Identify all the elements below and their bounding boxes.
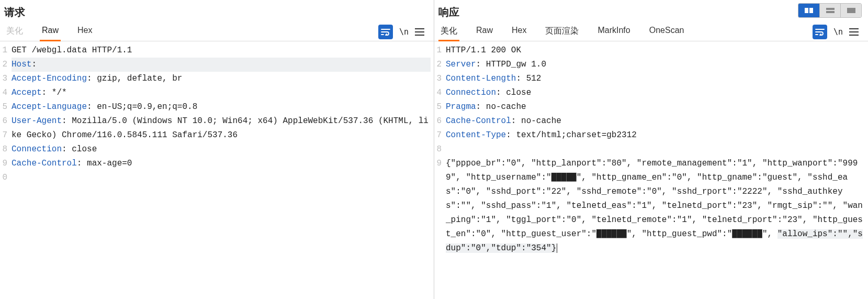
header-key: Accept <box>12 88 42 97</box>
header-value: Mozilla/5.0 (Windows NT 10.0; Win64; x64… <box>12 116 429 140</box>
header-key: Connection <box>446 88 496 97</box>
layout-rows-button[interactable] <box>819 4 840 17</box>
code-line[interactable]: Content-Type: text/html;charset=gb2312 <box>446 128 865 142</box>
header-key: Cache-Control <box>12 159 77 168</box>
code-line[interactable]: Accept-Language: en-US;q=0.9,en;q=0.8 <box>12 100 431 114</box>
response-tabs-row: 美化RawHex页面渲染MarkInfoOneScan \n <box>434 23 868 41</box>
svg-rect-3 <box>826 11 835 13</box>
header-value: gzip, deflate, br <box>97 74 182 83</box>
response-tab-1[interactable]: Raw <box>474 23 495 41</box>
line-number: 7 <box>0 128 9 142</box>
request-editor[interactable]: 1234567890 GET /webgl.data HTTP/1.1Host:… <box>0 41 434 299</box>
request-toolbar: \n <box>378 25 432 39</box>
response-tab-5[interactable]: OneScan <box>647 23 686 41</box>
menu-button[interactable] <box>849 26 862 38</box>
header-value: HTTPD_gw 1.0 <box>486 60 546 69</box>
code-line[interactable]: HTTP/1.1 200 OK <box>446 43 865 58</box>
code-line[interactable]: Cache-Control: no-cache <box>446 114 865 128</box>
header-value: en-US;q=0.9,en;q=0.8 <box>97 102 197 112</box>
code-line[interactable]: Host: <box>12 58 431 72</box>
header-value: no-cache <box>521 116 561 126</box>
layout-single-button[interactable] <box>840 4 861 17</box>
line-number: 8 <box>434 142 444 157</box>
code-line[interactable] <box>12 171 431 185</box>
request-panel: 请求 美化RawHex \n 1234567890 GET /webgl.dat… <box>0 0 434 299</box>
header-key: Server <box>446 60 476 69</box>
code-line[interactable]: GET /webgl.data HTTP/1.1 <box>12 43 431 58</box>
response-tab-4[interactable]: MarkInfo <box>595 23 632 41</box>
svg-rect-1 <box>809 8 813 13</box>
request-tabs-row: 美化RawHex \n <box>0 23 434 41</box>
header-value: text/html;charset=gb2312 <box>516 130 636 140</box>
line-number: 9 <box>0 157 9 171</box>
line-number: 2 <box>434 58 444 72</box>
code-line[interactable] <box>446 142 865 157</box>
text-cursor <box>557 243 557 253</box>
response-toolbar: \n <box>813 25 866 39</box>
code-line[interactable]: User-Agent: Mozilla/5.0 (Windows NT 10.0… <box>12 114 431 142</box>
line-number: 1 <box>434 43 444 58</box>
header-value: 512 <box>526 74 542 83</box>
newline-indicator[interactable]: \n <box>399 27 409 37</box>
line-number: 3 <box>434 72 444 86</box>
response-editor[interactable]: 123456789 HTTP/1.1 200 OKServer: HTTPD_g… <box>434 41 868 299</box>
newline-indicator[interactable]: \n <box>833 27 843 37</box>
line-number: 2 <box>0 58 9 72</box>
response-tab-3[interactable]: 页面渲染 <box>543 23 581 41</box>
line-number: 4 <box>434 86 444 100</box>
line-number: 8 <box>0 142 9 157</box>
line-number: 7 <box>434 128 444 142</box>
code-line[interactable]: Accept-Encoding: gzip, deflate, br <box>12 72 431 86</box>
line-number: 3 <box>0 72 9 86</box>
response-content[interactable]: HTTP/1.1 200 OKServer: HTTPD_gw 1.0Conte… <box>444 41 868 299</box>
header-key: User-Agent <box>12 116 62 126</box>
line-number: 4 <box>0 86 9 100</box>
line-number: 0 <box>0 171 9 185</box>
request-title: 请求 <box>0 0 434 23</box>
response-body-line[interactable]: {"pppoe_br":"0", "http_lanport":"80", "r… <box>446 157 865 256</box>
line-number: 5 <box>434 100 444 114</box>
header-value: max-age=0 <box>87 159 132 168</box>
header-value: */* <box>52 88 67 97</box>
layout-toggle <box>798 3 862 18</box>
svg-rect-0 <box>805 8 808 13</box>
line-number: 9 <box>434 157 444 171</box>
header-key: Accept-Encoding <box>12 74 87 83</box>
header-key: Host <box>12 60 31 69</box>
code-line[interactable]: Cache-Control: max-age=0 <box>12 157 431 171</box>
code-line[interactable]: Accept: */* <box>12 86 431 100</box>
request-tab-2[interactable]: Hex <box>75 23 94 41</box>
code-line[interactable]: Connection: close <box>12 142 431 157</box>
header-key: Content-Type <box>446 130 506 140</box>
code-line[interactable]: Server: HTTPD_gw 1.0 <box>446 58 865 72</box>
header-key: Content-Length <box>446 74 516 83</box>
code-line[interactable]: Connection: close <box>446 86 865 100</box>
layout-columns-button[interactable] <box>798 4 819 17</box>
line-number: 1 <box>0 43 9 58</box>
request-content[interactable]: GET /webgl.data HTTP/1.1Host: Accept-Enc… <box>9 41 434 299</box>
code-line[interactable] <box>12 185 431 199</box>
svg-rect-2 <box>826 8 835 10</box>
header-key: Accept-Language <box>12 102 87 112</box>
response-tab-2[interactable]: Hex <box>510 23 528 41</box>
header-key: Connection <box>12 145 62 154</box>
menu-button[interactable] <box>415 26 427 38</box>
response-gutter: 123456789 <box>434 41 444 299</box>
code-line[interactable]: Pragma: no-cache <box>446 100 865 114</box>
header-value: no-cache <box>486 102 526 112</box>
header-value: close <box>506 88 531 97</box>
wrap-toggle-button[interactable] <box>378 25 393 39</box>
header-value: close <box>72 145 97 154</box>
svg-rect-4 <box>847 8 855 13</box>
response-panel: 响应 美化RawHex页面渲染MarkInfoOneScan \n 123456… <box>434 0 868 299</box>
request-tab-1[interactable]: Raw <box>40 23 61 41</box>
request-gutter: 1234567890 <box>0 41 9 299</box>
line-number: 6 <box>434 114 444 128</box>
response-tab-0[interactable]: 美化 <box>438 23 459 41</box>
header-key: Pragma <box>446 102 476 112</box>
wrap-toggle-button[interactable] <box>813 25 827 39</box>
line-number: 6 <box>0 114 9 128</box>
request-tab-0: 美化 <box>4 23 25 41</box>
code-line[interactable]: Content-Length: 512 <box>446 72 865 86</box>
header-key: Cache-Control <box>446 116 511 126</box>
